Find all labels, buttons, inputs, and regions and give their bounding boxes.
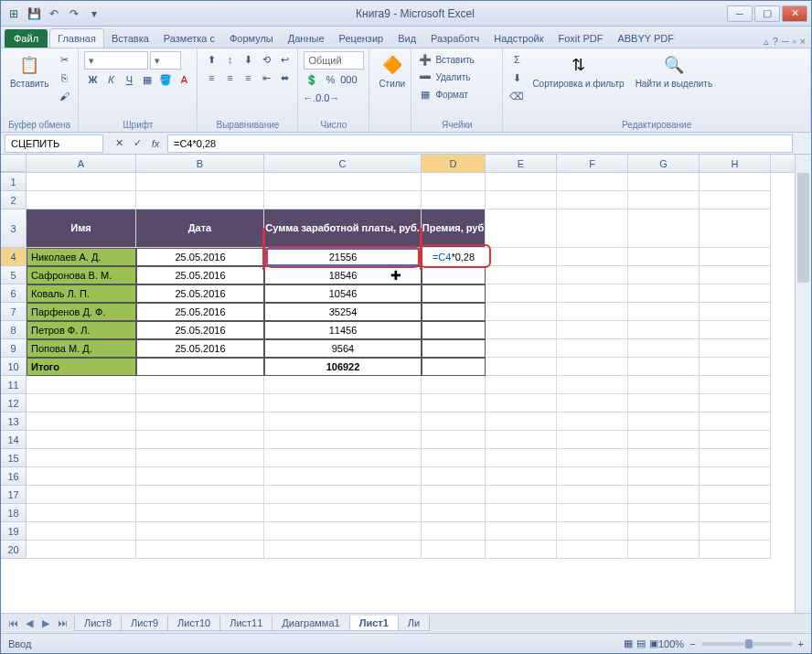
header-name[interactable]: Имя [27,209,136,248]
col-header-F[interactable]: F [557,155,628,172]
cell[interactable] [27,486,136,504]
cell[interactable] [264,541,422,559]
format-cells-icon[interactable]: ▦ [417,86,433,102]
cell[interactable] [628,266,700,284]
row-header-3[interactable]: 3 [1,209,27,248]
cell[interactable] [136,467,264,486]
cell[interactable] [628,321,700,339]
sheet-tab[interactable]: Лист11 [219,616,272,631]
cell-bonus[interactable] [422,284,486,303]
cell-date[interactable]: 25.05.2016 [136,248,264,266]
tab-review[interactable]: Рецензир [332,29,391,48]
tab-view[interactable]: Вид [390,29,423,48]
cell[interactable] [700,191,771,209]
cell[interactable] [264,522,422,541]
cell[interactable] [27,413,136,431]
italic-button[interactable]: К [102,71,119,88]
select-all-corner[interactable] [1,155,27,172]
font-family-combo[interactable]: ▾ [84,51,148,70]
cell[interactable] [700,504,771,522]
cell[interactable] [557,394,628,413]
cell-bonus[interactable] [422,303,486,321]
cell-date[interactable]: 25.05.2016 [136,284,264,303]
cell-bonus[interactable] [422,266,486,284]
minimize-button[interactable]: ─ [727,5,753,22]
cell[interactable] [486,413,557,431]
sheet-tab[interactable]: Лист10 [167,616,220,631]
cell[interactable] [700,486,771,504]
cell-salary[interactable]: 21556 [264,248,422,266]
zoom-out-icon[interactable]: − [689,638,695,649]
cell[interactable] [27,467,136,486]
close-button[interactable]: ✕ [782,5,807,22]
maximize-button[interactable]: ▢ [754,5,780,22]
cell[interactable] [264,486,422,504]
tab-layout[interactable]: Разметка с [156,29,222,48]
cell[interactable] [628,284,700,303]
clear-icon[interactable]: ⌫ [508,88,525,104]
cell[interactable] [700,173,771,191]
sheet-nav-first-icon[interactable]: ⏮ [5,617,21,629]
cell[interactable] [628,191,700,209]
cell[interactable] [486,431,557,449]
cell[interactable] [27,541,136,559]
cell-bonus-editing[interactable]: =C4*0,28 [422,248,486,266]
cell[interactable] [264,504,422,522]
cell[interactable] [422,522,486,541]
cell[interactable] [557,467,628,486]
cell[interactable] [486,284,557,303]
cell[interactable] [264,449,422,467]
cell[interactable] [628,303,700,321]
cell[interactable] [136,413,264,431]
cell-salary[interactable]: 11456 [264,321,422,339]
row-header-8[interactable]: 8 [1,321,27,339]
currency-icon[interactable]: 💲 [304,71,320,88]
cell[interactable] [628,449,700,467]
cell[interactable] [422,191,486,209]
cell[interactable] [136,486,264,504]
cell-total-salary[interactable]: 106922 [264,358,422,376]
cell-salary[interactable]: 10546 [264,284,422,303]
row-header-9[interactable]: 9 [1,339,27,358]
cell[interactable] [557,376,628,394]
tab-addins[interactable]: Надстройк [486,29,550,48]
tab-formulas[interactable]: Формулы [222,29,281,48]
cell[interactable] [628,358,700,376]
sheet-nav-last-icon[interactable]: ⏭ [54,617,70,629]
sort-filter-button[interactable]: ⇅ Сортировка и фильтр [529,51,627,91]
cell[interactable] [557,266,628,284]
cell-name[interactable]: Попова М. Д. [27,339,136,358]
save-icon[interactable]: 💾 [25,5,43,23]
col-header-G[interactable]: G [628,155,700,172]
cell[interactable] [27,522,136,541]
tab-insert[interactable]: Вставка [104,29,156,48]
cell[interactable] [628,467,700,486]
align-left-icon[interactable]: ≡ [203,70,219,86]
cell-date[interactable]: 25.05.2016 [136,321,264,339]
cell-name[interactable]: Петров Ф. Л. [27,321,136,339]
cell[interactable] [628,431,700,449]
cell[interactable] [486,321,557,339]
sheet-nav-next-icon[interactable]: ▶ [37,617,54,629]
row-header-11[interactable]: 11 [1,376,27,394]
cell[interactable] [264,431,422,449]
spreadsheet-grid[interactable]: A B C D E F G H 1 2 3 4 5 6 7 8 9 10 11 … [1,155,811,612]
cell[interactable] [557,522,628,541]
sheet-nav-prev-icon[interactable]: ◀ [21,617,37,629]
cell[interactable] [27,394,136,413]
row-header-5[interactable]: 5 [1,266,27,284]
cell[interactable] [27,376,136,394]
cell[interactable] [557,413,628,431]
cell[interactable] [27,449,136,467]
cell[interactable] [628,522,700,541]
doc-restore-icon[interactable]: ▫ [793,36,796,48]
row-header-4[interactable]: 4 [1,248,27,266]
cell[interactable] [700,522,771,541]
cell[interactable] [557,321,628,339]
cell[interactable] [700,431,771,449]
styles-button[interactable]: 🔶 Стили [375,51,409,91]
cell-salary[interactable]: 35254 [264,303,422,321]
name-box[interactable]: СЦЕПИТЬ [5,134,103,153]
header-bonus[interactable]: Премия, руб [422,209,486,248]
paste-button[interactable]: 📋 Вставить [6,51,52,91]
